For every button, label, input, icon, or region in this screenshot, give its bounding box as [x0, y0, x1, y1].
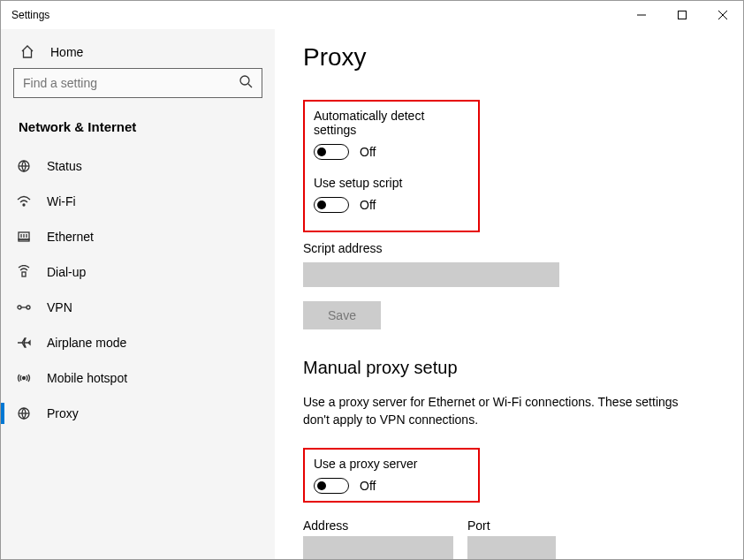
section-title: Network & Internet — [1, 107, 275, 148]
svg-point-8 — [23, 204, 25, 206]
main-content: Proxy Automatically detect settings Off … — [275, 29, 743, 559]
sidebar-item-label: VPN — [47, 300, 72, 314]
proxy-icon — [15, 406, 33, 420]
home-label: Home — [50, 45, 83, 59]
titlebar: Settings — [1, 1, 743, 29]
script-address-label: Script address — [303, 241, 715, 255]
use-proxy-toggle[interactable] — [314, 478, 349, 494]
sidebar-item-ethernet[interactable]: Ethernet — [1, 219, 275, 254]
auto-detect-toggle[interactable] — [314, 144, 349, 160]
hotspot-icon — [15, 371, 33, 385]
svg-point-15 — [18, 306, 21, 309]
home-icon — [19, 45, 36, 59]
manual-description: Use a proxy server for Ethernet or Wi-Fi… — [303, 394, 692, 428]
manual-heading: Manual proxy setup — [303, 358, 715, 378]
svg-rect-1 — [679, 11, 687, 19]
sidebar-item-airplane[interactable]: Airplane mode — [1, 325, 275, 360]
port-input — [467, 536, 556, 559]
sidebar-item-label: Wi-Fi — [47, 194, 76, 208]
sidebar-item-dialup[interactable]: Dial-up — [1, 254, 275, 290]
page-title: Proxy — [303, 43, 715, 72]
sidebar-item-label: Dial-up — [47, 265, 86, 279]
save-button: Save — [303, 301, 381, 329]
svg-point-16 — [27, 306, 30, 309]
vpn-icon — [15, 300, 33, 314]
sidebar-item-vpn[interactable]: VPN — [1, 290, 275, 325]
window-title: Settings — [11, 9, 621, 21]
svg-point-4 — [240, 76, 249, 85]
dialup-icon — [15, 265, 33, 279]
search-box[interactable] — [13, 68, 262, 98]
sidebar-item-wifi[interactable]: Wi-Fi — [1, 184, 275, 219]
sidebar-item-label: Proxy — [47, 406, 79, 420]
address-label: Address — [303, 518, 453, 533]
use-script-label: Use setup script — [314, 176, 469, 190]
sidebar-item-label: Mobile hotspot — [47, 371, 127, 385]
ethernet-icon — [15, 230, 33, 244]
sidebar-item-status[interactable]: Status — [1, 148, 275, 184]
use-proxy-label: Use a proxy server — [314, 457, 469, 471]
sidebar-item-label: Status — [47, 159, 82, 173]
use-proxy-state: Off — [360, 479, 376, 493]
wifi-icon — [15, 194, 33, 208]
home-nav[interactable]: Home — [1, 36, 275, 68]
auto-detect-state: Off — [360, 145, 376, 159]
highlight-box-auto: Automatically detect settings Off Use se… — [303, 100, 480, 232]
airplane-icon — [15, 336, 33, 350]
sidebar-item-proxy[interactable]: Proxy — [1, 396, 275, 431]
search-icon — [239, 74, 253, 92]
use-script-toggle[interactable] — [314, 197, 349, 213]
svg-rect-14 — [22, 272, 26, 276]
window-controls — [621, 1, 743, 29]
use-script-state: Off — [360, 198, 376, 212]
auto-detect-label: Automatically detect settings — [314, 109, 469, 137]
sidebar: Home Network & Internet Status Wi-Fi Eth… — [1, 29, 275, 559]
sidebar-item-hotspot[interactable]: Mobile hotspot — [1, 360, 275, 396]
script-address-input — [303, 262, 559, 287]
port-label: Port — [467, 518, 556, 533]
svg-point-18 — [23, 377, 26, 380]
sidebar-item-label: Airplane mode — [47, 336, 126, 350]
svg-line-5 — [248, 84, 252, 87]
minimize-button[interactable] — [621, 1, 662, 29]
close-button[interactable] — [702, 1, 743, 29]
search-input[interactable] — [23, 76, 239, 90]
address-input — [303, 536, 453, 559]
svg-rect-10 — [19, 239, 29, 241]
status-icon — [15, 159, 33, 173]
highlight-box-manual: Use a proxy server Off — [303, 448, 480, 503]
sidebar-item-label: Ethernet — [47, 230, 94, 244]
maximize-button[interactable] — [662, 1, 702, 29]
